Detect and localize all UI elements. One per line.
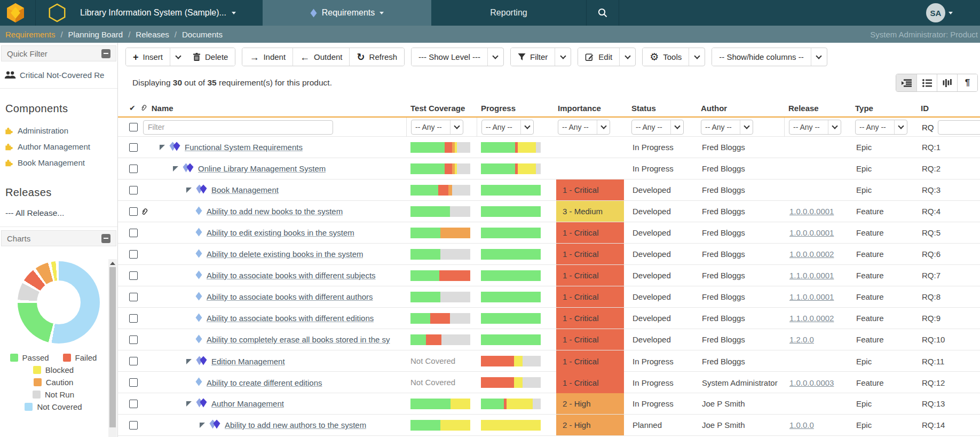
view-board-button[interactable] [937, 74, 957, 91]
insert-dropdown-button[interactable] [170, 48, 186, 66]
release-link[interactable]: 1.1.0.0.0002 [789, 314, 834, 323]
requirement-name-link[interactable]: Ability to edit existing books in the sy… [207, 228, 354, 237]
release-link[interactable]: 1.0.0.0 [789, 420, 814, 430]
requirement-name-link[interactable]: Functional System Requirements [185, 143, 303, 152]
tools-dropdown-button[interactable] [689, 48, 705, 66]
status-filter-select[interactable]: -- Any -- [631, 120, 684, 135]
column-header-name[interactable]: ✔ Name [118, 104, 406, 113]
progress-filter-select[interactable]: -- Any -- [481, 120, 534, 135]
requirement-name-link[interactable]: Edition Management [211, 357, 285, 366]
quick-filter-item[interactable]: Critical Not-Covered Re [4, 71, 117, 80]
nav-tab-requirements[interactable]: Requirements [263, 0, 431, 26]
expand-collapse-icon[interactable] [186, 185, 192, 194]
sidebar-item-all-releases[interactable]: --- All Release... [5, 208, 117, 218]
release-link[interactable]: 1.0.0.0.0002 [789, 249, 834, 259]
release-link[interactable]: 1.2.0.0 [789, 335, 814, 344]
sidebar-item-administration[interactable]: Administration [0, 122, 117, 138]
insert-button[interactable]: + Insert [126, 48, 170, 66]
row-checkbox[interactable] [129, 400, 138, 408]
row-checkbox[interactable] [129, 293, 138, 301]
type-filter-select[interactable]: -- Any -- [855, 120, 907, 135]
filter-button[interactable]: Filter [511, 48, 555, 66]
view-hierarchy-button[interactable] [896, 74, 916, 91]
requirement-name-link[interactable]: Ability to delete existing books in the … [207, 249, 363, 259]
requirement-name-link[interactable]: Ability to add new books to the system [207, 207, 343, 216]
show-hide-columns-dropdown-button[interactable] [811, 48, 827, 66]
column-header-progress[interactable]: Progress [477, 104, 554, 113]
column-header-test-coverage[interactable]: Test Coverage [406, 104, 477, 113]
global-search-button[interactable] [586, 0, 619, 26]
expand-collapse-icon[interactable] [186, 357, 192, 366]
requirement-name-link[interactable]: Ability to associate books with differen… [207, 292, 373, 301]
release-link[interactable]: 1.0.0.0.0003 [789, 378, 834, 387]
filter-dropdown-button[interactable] [555, 48, 571, 66]
row-checkbox[interactable] [129, 314, 138, 323]
expand-collapse-icon[interactable] [200, 420, 205, 430]
requirement-name-link[interactable]: Ability to add new authors to the system [225, 420, 366, 430]
view-document-button[interactable]: ¶ [957, 74, 977, 91]
release-filter-select[interactable]: -- Any -- [789, 120, 841, 135]
refresh-button[interactable]: ↻ Refresh [349, 48, 404, 66]
show-level-dropdown-button[interactable] [487, 48, 503, 66]
row-checkbox[interactable] [129, 229, 138, 237]
requirement-name-link[interactable]: Ability to associate books with differen… [207, 314, 374, 323]
release-link[interactable]: 1.0.0.0.0001 [789, 228, 834, 237]
expand-collapse-icon[interactable] [186, 399, 192, 408]
expand-collapse-icon[interactable] [173, 164, 178, 173]
select-all-checkbox[interactable] [129, 123, 138, 131]
workspace-hexagon-icon[interactable] [47, 3, 67, 23]
row-checkbox[interactable] [129, 421, 138, 430]
nav-tab-reporting[interactable]: Reporting [431, 0, 586, 26]
tools-button[interactable]: ⚙ Tools [643, 48, 689, 66]
column-header-type[interactable]: Type [851, 104, 916, 113]
row-checkbox[interactable] [129, 250, 138, 259]
breadcrumb-item-requirements[interactable]: Requirements [5, 30, 55, 39]
scrollbar-thumb[interactable] [109, 267, 116, 427]
requirement-name-link[interactable]: Ability to associate books with differen… [207, 271, 376, 280]
author-filter-select[interactable]: -- Any -- [701, 120, 753, 135]
requirement-name-link[interactable]: Online Library Management System [198, 164, 326, 173]
sidebar-scrollbar[interactable] [108, 259, 117, 437]
row-checkbox[interactable] [129, 378, 138, 387]
column-header-status[interactable]: Status [627, 104, 697, 113]
collapse-panel-button[interactable] [101, 49, 110, 58]
row-checkbox[interactable] [129, 271, 138, 280]
expand-collapse-icon[interactable] [160, 143, 165, 152]
requirement-name-link[interactable]: Book Management [211, 185, 279, 194]
release-link[interactable]: 1.1.0.0.0001 [789, 271, 834, 280]
outdent-button[interactable]: ← Outdent [293, 48, 349, 66]
row-checkbox[interactable] [129, 165, 138, 173]
coverage-filter-select[interactable]: -- Any -- [411, 120, 463, 135]
requirement-name-link[interactable]: Ability to create different editions [207, 378, 322, 387]
delete-button[interactable]: Delete [186, 48, 235, 66]
edit-dropdown-button[interactable] [619, 48, 635, 66]
show-level-select[interactable]: --- Show Level --- [412, 48, 487, 66]
row-checkbox[interactable] [129, 143, 138, 152]
release-link[interactable]: 1.0.0.0.0001 [789, 207, 834, 216]
breadcrumb-item-documents[interactable]: Documents [182, 30, 223, 39]
id-filter-input[interactable] [938, 120, 980, 135]
breadcrumb-item-releases[interactable]: Releases [136, 30, 169, 39]
row-checkbox[interactable] [129, 357, 138, 365]
edit-button[interactable]: Edit [578, 48, 619, 66]
breadcrumb-item-planning-board[interactable]: Planning Board [68, 30, 123, 39]
importance-filter-select[interactable]: -- Any -- [558, 120, 610, 135]
column-header-importance[interactable]: Importance [554, 104, 627, 113]
scroll-up-icon[interactable] [110, 262, 115, 265]
column-header-release[interactable]: Release [784, 104, 851, 113]
requirement-name-link[interactable]: Author Management [211, 399, 284, 408]
product-switcher[interactable]: Library Information System (Sample)... [80, 0, 236, 26]
collapse-panel-button[interactable] [101, 234, 110, 243]
sidebar-item-book-management[interactable]: Book Management [0, 154, 117, 170]
requirement-name-link[interactable]: Ability to completely erase all books st… [207, 335, 390, 344]
show-hide-columns-select[interactable]: -- Show/hide columns -- [712, 48, 810, 66]
name-filter-input[interactable] [143, 120, 333, 135]
column-header-author[interactable]: Author [697, 104, 784, 113]
row-checkbox[interactable] [129, 335, 138, 344]
spira-logo-icon[interactable] [5, 3, 26, 23]
sidebar-item-author-management[interactable]: Author Management [0, 138, 117, 154]
column-header-id[interactable]: ID [916, 104, 979, 113]
release-link[interactable]: 1.1.0.0.0001 [789, 292, 834, 301]
row-checkbox[interactable] [129, 207, 138, 216]
view-list-button[interactable] [916, 74, 937, 91]
